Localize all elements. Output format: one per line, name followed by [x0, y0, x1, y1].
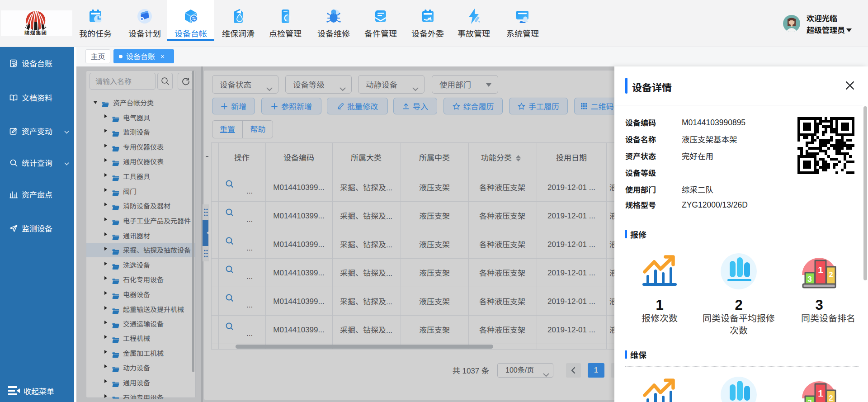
svg-text:陕煤集团: 陕煤集团 — [24, 29, 47, 36]
svg-text:3: 3 — [807, 275, 811, 284]
svg-text:1: 1 — [818, 388, 823, 398]
svg-text:1: 1 — [818, 265, 823, 275]
svg-text:3: 3 — [807, 398, 811, 402]
svg-text:2: 2 — [829, 394, 833, 402]
svg-text:2: 2 — [829, 270, 833, 279]
